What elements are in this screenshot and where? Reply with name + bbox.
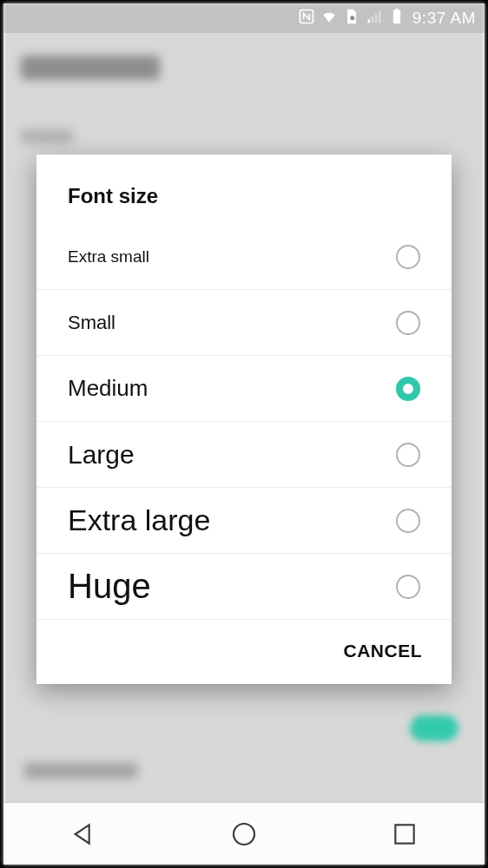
option-label: Large	[68, 440, 135, 470]
option-small[interactable]: Small	[36, 290, 452, 356]
radio-checked-icon	[396, 377, 420, 401]
svg-point-1	[350, 16, 354, 20]
svg-point-8	[234, 824, 254, 845]
wifi-icon	[320, 8, 338, 30]
option-label: Small	[68, 312, 115, 334]
option-large[interactable]: Large	[36, 422, 452, 488]
status-time: 9:37 AM	[412, 9, 476, 28]
option-label: Extra large	[68, 503, 210, 537]
background-label-blur	[24, 763, 137, 779]
radio-icon	[396, 509, 420, 533]
cancel-button[interactable]: CANCEL	[344, 641, 423, 661]
option-extra-small[interactable]: Extra small	[36, 224, 452, 290]
option-extra-large[interactable]: Extra large	[36, 488, 452, 554]
svg-rect-3	[371, 16, 373, 23]
svg-rect-6	[393, 10, 400, 23]
font-size-dialog: Font size Extra small Small Medium Large…	[36, 155, 452, 684]
option-label: Medium	[68, 375, 148, 402]
radio-icon	[396, 575, 420, 599]
background-toggle-blur	[410, 715, 458, 741]
option-label: Huge	[68, 567, 151, 606]
option-huge[interactable]: Huge	[36, 554, 452, 620]
svg-rect-7	[395, 8, 398, 10]
background-title-blur	[21, 56, 160, 80]
device-frame: 9:37 AM Font size Extra small Small Medi…	[0, 0, 488, 868]
svg-rect-9	[395, 825, 413, 843]
dialog-actions: CANCEL	[36, 620, 452, 679]
triangle-back-icon	[69, 820, 97, 848]
svg-rect-4	[375, 13, 378, 23]
dialog-title: Font size	[36, 155, 452, 224]
square-recent-icon	[391, 820, 419, 848]
svg-rect-2	[367, 19, 370, 23]
nav-home-button[interactable]	[196, 803, 292, 865]
nfc-icon	[298, 8, 315, 30]
option-medium[interactable]: Medium	[36, 356, 452, 422]
radio-icon	[396, 311, 420, 335]
svg-rect-5	[379, 10, 381, 23]
nav-recent-button[interactable]	[357, 803, 452, 865]
radio-icon	[396, 443, 420, 467]
circle-home-icon	[230, 820, 258, 848]
battery-icon	[388, 8, 406, 30]
option-label: Extra small	[68, 247, 149, 266]
nav-back-button[interactable]	[36, 803, 131, 865]
sim-icon	[343, 8, 360, 30]
navigation-bar	[3, 802, 485, 865]
signal-icon	[366, 8, 383, 30]
radio-icon	[396, 245, 420, 269]
background-subline-blur	[21, 129, 73, 143]
status-bar: 9:37 AM	[3, 3, 485, 33]
